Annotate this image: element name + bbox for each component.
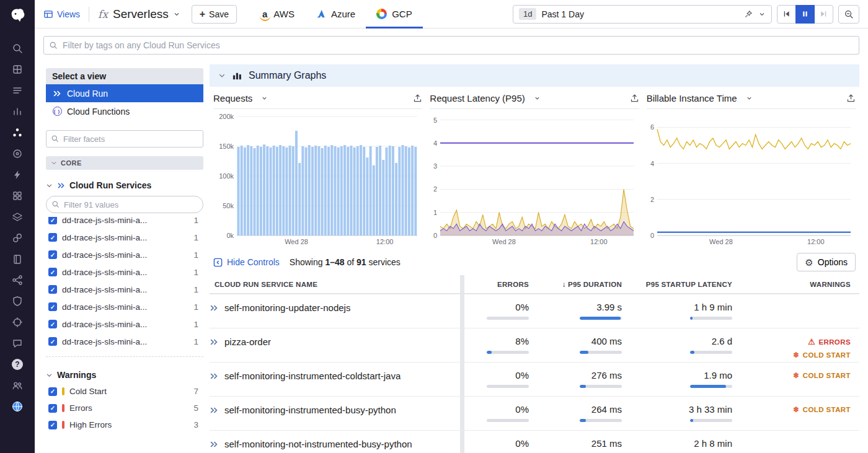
checkbox-checked-icon[interactable]: ✓ (48, 285, 57, 294)
table-row[interactable]: self-monitoring-instrumented-busy-python… (210, 396, 859, 430)
apm-icon[interactable] (11, 147, 24, 160)
chart-title[interactable]: Requests (213, 93, 252, 103)
service-checkbox-row[interactable]: ✓dd-trace-js-sls-mini-a...1 (46, 229, 203, 246)
services-facet-header[interactable]: Cloud Run Services (46, 177, 203, 193)
tab-aws[interactable]: a AWS (250, 0, 305, 29)
cold-start-badge[interactable]: ❄COLD START (732, 406, 851, 413)
warning-checkbox-row[interactable]: ✓ Errors 5 (46, 400, 203, 416)
tag-filter-input[interactable] (43, 36, 859, 55)
latency-chart[interactable]: 012345Wed 2812:00 (430, 112, 639, 247)
chevron-down-icon[interactable] (534, 95, 541, 102)
checkbox-checked-icon[interactable]: ✓ (48, 233, 57, 242)
svg-text:12:00: 12:00 (376, 238, 394, 245)
cold-start-badge[interactable]: ❄COLD START (732, 351, 851, 359)
warnings-facet-header[interactable]: Warnings (46, 367, 203, 383)
col-header-startup[interactable]: P95 STARTUP LATENCY (622, 281, 732, 288)
facet-filter-input[interactable] (46, 130, 203, 147)
checkbox-checked-icon[interactable]: ✓ (48, 421, 57, 429)
chart-title[interactable]: Billable Instance Time (647, 93, 737, 103)
col-header-name[interactable]: CLOUD RUN SERVICE NAME (210, 281, 460, 288)
checkbox-checked-icon[interactable]: ✓ (48, 337, 57, 346)
chevron-down-icon (51, 160, 57, 166)
requests-chart[interactable]: 0k50k100k150k200kWed 2812:00 (213, 112, 422, 247)
chart-title[interactable]: Request Latency (P95) (430, 93, 525, 103)
service-checkbox-row[interactable]: ✓dd-trace-js-sls-mini-a...1 (46, 333, 203, 350)
service-checkbox-row[interactable]: ✓dd-trace-js-sls-mini-a...1 (46, 217, 203, 229)
checkbox-checked-icon[interactable]: ✓ (48, 217, 57, 224)
service-filter-input[interactable] (46, 196, 203, 213)
service-checkbox-row[interactable]: ✓dd-trace-js-sls-mini-a...1 (46, 315, 203, 333)
zoom-out-button[interactable] (838, 5, 859, 24)
monitors-icon[interactable] (11, 316, 24, 328)
error-tracking-icon[interactable] (11, 169, 24, 181)
pause-button[interactable] (795, 5, 815, 24)
col-header-duration[interactable]: ↓ P95 DURATION (529, 280, 622, 289)
duration-value: 264 ms (529, 404, 622, 415)
billable-chart[interactable]: 0246Wed 2812:00 (647, 112, 856, 247)
hide-controls-button[interactable]: Hide Controls (213, 257, 280, 267)
checkbox-checked-icon[interactable]: ✓ (48, 387, 57, 396)
view-item-cloud-run[interactable]: Cloud Run (46, 84, 203, 102)
export-icon[interactable] (413, 94, 422, 103)
table-row[interactable]: self-monitoring-instrumented-coldstart-j… (210, 362, 859, 396)
pin-icon[interactable] (744, 10, 753, 19)
region-icon[interactable] (11, 400, 24, 413)
errors-badge[interactable]: ⚠ERRORS (732, 338, 851, 346)
tab-gcp[interactable]: GCP (366, 0, 423, 29)
integrations-icon[interactable] (11, 232, 24, 244)
service-checkbox-row[interactable]: ✓dd-trace-js-sls-mini-a...1 (46, 246, 203, 263)
notebooks-icon[interactable] (11, 253, 24, 265)
skip-back-button[interactable] (777, 5, 796, 24)
gcp-icon (376, 9, 387, 19)
serverless-icon[interactable] (11, 126, 24, 139)
ci-icon[interactable] (11, 190, 24, 202)
warning-checkbox-row[interactable]: ✓ High Errors 3 (46, 416, 203, 433)
table-row[interactable]: self-monitoring-updater-nodejs 0% 3.99 s… (210, 294, 859, 328)
network-icon[interactable] (11, 274, 24, 286)
datadog-logo[interactable] (8, 6, 27, 24)
organization-icon[interactable] (11, 379, 24, 392)
service-checkbox-row[interactable]: ✓dd-trace-js-sls-mini-a...1 (46, 281, 203, 298)
chevron-down-icon[interactable] (746, 95, 753, 102)
options-button[interactable]: ⚙ Options (797, 253, 856, 271)
service-checkbox-row[interactable]: ✓dd-trace-js-sls-mini-a...1 (46, 298, 203, 315)
checkbox-checked-icon[interactable]: ✓ (48, 302, 57, 311)
checkbox-checked-icon[interactable]: ✓ (48, 404, 57, 413)
table-row[interactable]: self-monitoring-not-instrumented-busy-py… (210, 430, 859, 453)
checkbox-checked-icon[interactable]: ✓ (48, 320, 57, 328)
checkbox-checked-icon[interactable]: ✓ (48, 268, 57, 276)
save-button[interactable]: + Save (192, 5, 237, 24)
view-item-cloud-functions[interactable]: ( ) Cloud Functions (46, 102, 203, 120)
facet-panel: Select a view Cloud Run ( ) Cloud Functi… (46, 59, 203, 453)
skip-forward-button[interactable] (814, 5, 833, 24)
page-title-dropdown[interactable]: fx Serverless (98, 7, 180, 21)
help-icon[interactable]: ? (11, 358, 24, 371)
security-icon[interactable] (11, 295, 24, 307)
chevron-down-icon[interactable] (261, 95, 268, 102)
core-section-header[interactable]: CORE (46, 156, 203, 170)
search-icon[interactable] (11, 42, 24, 55)
warning-checkbox-row[interactable]: ✓ Cold Start 7 (46, 383, 203, 400)
views-button[interactable]: Views (43, 9, 80, 19)
snowflake-icon: ❄ (793, 406, 799, 413)
chat-icon[interactable] (11, 337, 24, 350)
column-scrollbar[interactable] (460, 275, 464, 293)
metrics-icon[interactable] (11, 105, 24, 118)
cloud-run-icon (52, 89, 62, 98)
chevron-down-icon[interactable] (758, 11, 766, 18)
infrastructure-icon[interactable] (11, 63, 24, 76)
table-row[interactable]: pizza-order 8% 400 ms 2.6 d ⚠ERRORS ❄COL… (210, 328, 859, 362)
export-icon[interactable] (846, 94, 856, 103)
time-range-picker[interactable]: 1d Past 1 Day (513, 5, 772, 24)
service-checkbox-row[interactable]: ✓dd-trace-js-sls-mini-a...1 (46, 263, 203, 281)
col-header-errors[interactable]: ERRORS (464, 281, 529, 288)
chevron-down-icon[interactable] (218, 72, 226, 79)
summary-graphs-band[interactable]: Summary Graphs (210, 64, 859, 87)
tab-azure[interactable]: Azure (305, 0, 366, 29)
export-icon[interactable] (630, 94, 639, 103)
cold-start-badge[interactable]: ❄COLD START (732, 372, 851, 379)
checkbox-checked-icon[interactable]: ✓ (48, 250, 57, 259)
col-header-warnings[interactable]: WARNINGS (732, 281, 859, 288)
logs-icon[interactable] (11, 84, 24, 97)
service-catalog-icon[interactable] (11, 211, 24, 223)
